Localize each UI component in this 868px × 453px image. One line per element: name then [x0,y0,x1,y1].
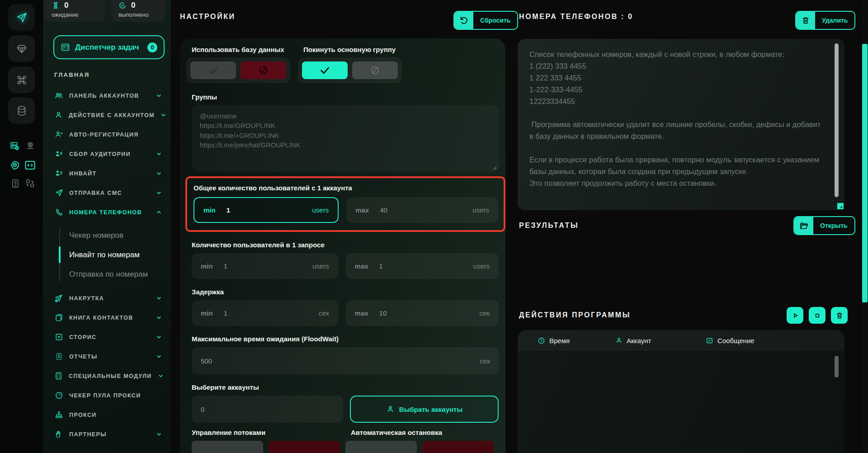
stat-card-done: 0 выполнено [111,0,165,22]
chevron-down-icon [156,354,162,359]
use-db-yes-button[interactable] [190,61,236,79]
reset-button[interactable]: Сбросить [453,11,518,30]
database-button[interactable] [8,97,35,124]
sidebar-item-reports[interactable]: ОТЧЕТЫ [43,347,171,366]
settings-panel: Использовать базу данных Покинуть основн… [180,38,505,453]
clock-icon [538,337,545,344]
use-db-toggle [186,57,290,83]
leave-group-no-button[interactable] [352,61,398,79]
use-db-no-button[interactable] [241,61,286,79]
sidebar-item-account-actions[interactable]: ДЕЙСТВИЕ С АККАУНТОМ [43,105,171,125]
paper-plane-icon [54,189,63,197]
stat-card-pending: 0 ожидание [44,0,105,22]
groups-textarea[interactable] [192,105,499,172]
leave-group-yes-button[interactable] [302,61,348,79]
threads-on-button[interactable] [192,441,263,453]
select-accounts-button[interactable]: Выбрать аккаунты [350,396,499,423]
clear-log-button[interactable] [831,307,848,324]
program-log-panel: Время Аккаунт Сообщение [518,330,844,453]
submenu-number-checker[interactable]: Чекер номеров [43,226,171,245]
delay-min-input[interactable]: min 1 сек [192,300,338,326]
clipboard-check-icon[interactable] [10,178,21,189]
delay-max-input[interactable]: max 10 сек [346,300,499,326]
sidebar-item-contact-book[interactable]: КНИГА КОНТАКТОВ [43,308,171,327]
server-check-icon[interactable] [9,141,20,151]
phone-icon [54,208,63,217]
page-scrollbar-thumb[interactable] [862,44,868,302]
chevron-down-icon [156,295,162,301]
stop-button[interactable] [809,307,826,324]
report-document-icon [54,352,63,361]
user-list-icon [54,169,63,178]
floodwait-input[interactable]: 500 сек [192,347,499,374]
commands-button[interactable] [8,66,35,93]
user-icon [54,111,63,119]
sidebar-item-audience-collection[interactable]: СБОР АУДИТОРИИ [43,144,171,164]
submenu-invite-by-numbers[interactable]: Инвайт по номерам [43,245,171,264]
log-column-time: Время [538,337,615,344]
code-window-icon[interactable] [24,159,36,171]
chevron-down-icon [156,315,162,321]
phone-numbers-textarea[interactable] [518,39,844,210]
transfer-squares-icon[interactable] [25,178,35,189]
user-icon [615,337,623,344]
sidebar-item-accounts-panel[interactable]: ПАНЕЛЬ АККАУНТОВ [43,86,171,105]
database-icon [16,105,28,117]
autostop-off-button[interactable] [422,441,494,453]
notebook-icon [54,313,63,322]
sidebar-item-stories[interactable]: СТОРИС [43,327,171,347]
diamond-icon [16,43,28,55]
sidebar-item-sms-sending[interactable]: ОТПРАВКА СМС [43,183,171,203]
user-network-icon[interactable] [25,141,36,151]
user-list-icon [54,150,63,158]
check-icon [319,65,330,76]
sidebar-item-proxy-pool-checker[interactable]: ЧЕКЕР ПУЛА ПРОКСИ [43,386,171,405]
telegram-send-button[interactable] [8,4,35,31]
rotate-ccw-icon [454,12,473,29]
sidebar-item-proxy[interactable]: ПРОКСИ [43,405,171,425]
open-button-label: Открыть [813,217,854,234]
sidebar-item-auto-registration[interactable]: АВТО-РЕГИСТРАЦИЯ [43,125,171,144]
task-manager-button[interactable]: Диспетчер задач 0 [53,35,165,59]
chevron-down-icon [156,151,162,157]
threads-off-button[interactable] [269,441,340,453]
total-users-min-input[interactable]: min 1 users [193,197,339,223]
stop-icon [813,311,821,320]
sidebar-item-invite[interactable]: ИНВАЙТ [43,164,171,183]
select-accounts-button-label: Выбрать аккаунты [399,406,462,413]
chevron-down-icon [160,112,166,118]
resize-handle-icon[interactable] [492,165,497,170]
log-column-account: Аккаунт [615,337,706,344]
start-button[interactable] [787,307,803,324]
pending-label: ожидание [52,11,99,18]
groups-label: Группы [192,93,499,101]
autostop-label: Автоматическая остановка [351,429,442,436]
sidebar-item-phone-numbers[interactable]: НОМЕРА ТЕЛЕФОНОВ [43,203,171,222]
hand-icon [54,430,63,439]
delay-label: Задержка [192,288,499,296]
nav-menu: ПАНЕЛЬ АККАУНТОВ ДЕЙСТВИЕ С АККАУНТОМ АВ… [43,86,171,444]
pending-count: 0 [64,1,68,10]
user-plus-icon [54,130,63,139]
log-scrollbar-thumb[interactable] [835,356,839,378]
chevron-down-icon [158,373,164,379]
submenu-send-by-numbers[interactable]: Отправка по номерам [43,264,171,284]
premium-button[interactable] [8,35,35,62]
textarea-scrollbar-thumb[interactable] [835,43,839,197]
resize-handle-icon[interactable] [837,203,844,209]
sidebar-item-boosting[interactable]: НАКРУТКА [43,288,171,308]
check-circle-icon [118,1,127,9]
sidebar-item-partners[interactable]: ПАРТНЕРЫ [43,425,171,444]
autostop-on-button[interactable] [345,441,417,453]
phone-numbers-submenu: Чекер номеров Инвайт по номерам Отправка… [43,226,171,284]
ban-icon [370,65,380,76]
total-users-max-input[interactable]: max 40 users [346,197,498,223]
gear-icon[interactable] [9,159,21,171]
delete-button[interactable]: Удалить [795,11,855,30]
users-per-request-min-input[interactable]: min 1 users [192,253,338,279]
accounts-count-input[interactable]: 0 [192,396,343,423]
users-per-request-max-input[interactable]: max 1 users [346,253,499,279]
sidebar-item-special-modules[interactable]: СПЕЦИАЛЬНЫЕ МОДУЛИ [43,366,171,386]
use-db-label: Использовать базу данных [192,46,303,53]
open-button[interactable]: Открыть [793,216,855,235]
